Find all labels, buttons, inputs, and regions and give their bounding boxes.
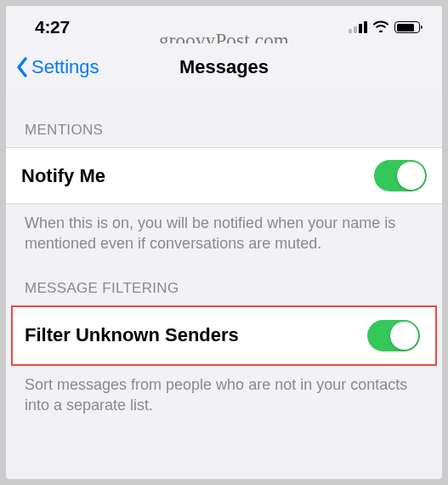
filter-unknown-toggle[interactable] xyxy=(367,320,420,351)
device-screen: 4:27 groovyPost.com xyxy=(6,6,442,479)
wifi-icon xyxy=(372,20,389,36)
notify-me-toggle[interactable] xyxy=(374,160,427,191)
status-bar: 4:27 xyxy=(6,6,442,43)
filter-unknown-row: Filter Unknown Senders xyxy=(13,307,435,364)
notify-me-label: Notify Me xyxy=(21,165,105,187)
back-button[interactable]: Settings xyxy=(14,55,99,79)
nav-header: Settings Messages xyxy=(6,43,442,91)
status-time: 4:27 xyxy=(35,17,70,37)
cellular-signal-icon xyxy=(349,21,367,33)
filtering-footer: Sort messages from people who are not in… xyxy=(6,366,442,416)
highlight-annotation: Filter Unknown Senders xyxy=(11,305,437,366)
section-header-filtering: MESSAGE FILTERING xyxy=(6,254,442,305)
status-icons xyxy=(349,20,420,36)
mentions-footer: When this is on, you will be notified wh… xyxy=(6,204,442,254)
page-title: Messages xyxy=(179,56,269,78)
back-label: Settings xyxy=(31,56,99,78)
notify-me-row: Notify Me xyxy=(6,147,442,204)
battery-icon xyxy=(394,21,420,33)
filter-unknown-label: Filter Unknown Senders xyxy=(25,324,239,346)
section-header-mentions: MENTIONS xyxy=(6,91,442,147)
chevron-left-icon xyxy=(14,55,30,79)
